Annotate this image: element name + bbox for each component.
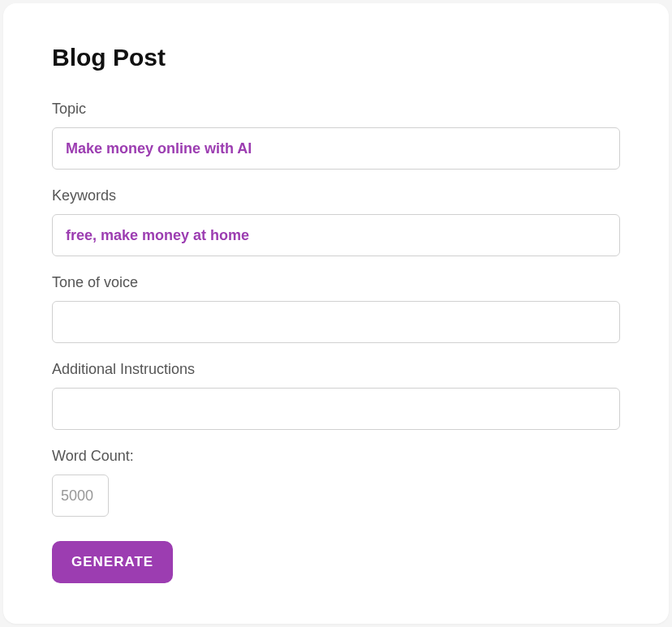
blog-post-form-card: Blog Post Topic Keywords Tone of voice A… [3, 3, 669, 624]
keywords-input[interactable] [52, 214, 620, 256]
keywords-label: Keywords [52, 187, 620, 204]
tone-input[interactable] [52, 301, 620, 343]
page-title: Blog Post [52, 44, 620, 71]
generate-button[interactable]: GENERATE [52, 541, 173, 583]
tone-field: Tone of voice [52, 274, 620, 343]
keywords-field: Keywords [52, 187, 620, 256]
wordcount-input[interactable] [52, 475, 109, 517]
wordcount-label: Word Count: [52, 448, 620, 465]
topic-label: Topic [52, 101, 620, 118]
instructions-label: Additional Instructions [52, 361, 620, 378]
topic-field: Topic [52, 101, 620, 170]
tone-label: Tone of voice [52, 274, 620, 291]
topic-input[interactable] [52, 127, 620, 170]
wordcount-field: Word Count: [52, 448, 620, 517]
instructions-field: Additional Instructions [52, 361, 620, 430]
instructions-input[interactable] [52, 388, 620, 430]
